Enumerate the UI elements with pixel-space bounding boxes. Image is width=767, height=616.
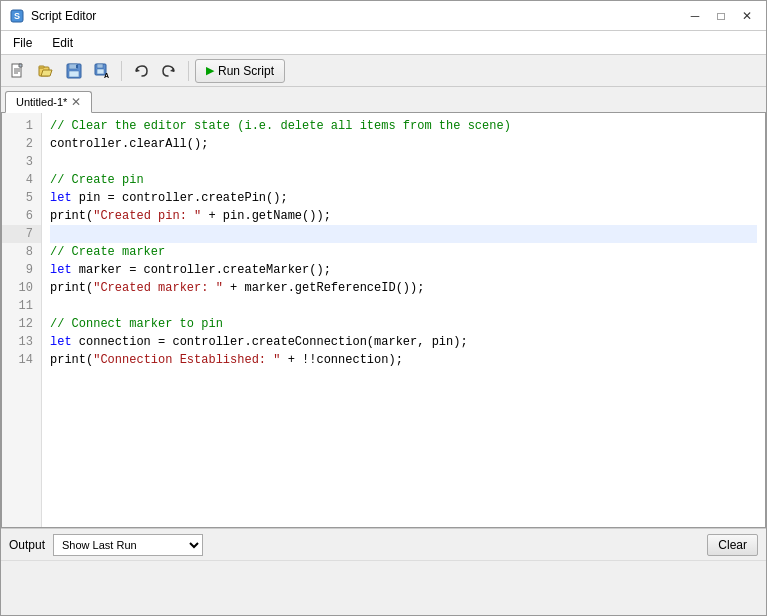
tab-label: Untitled-1* xyxy=(16,96,67,108)
toolbar-sep-2 xyxy=(188,61,189,81)
output-select[interactable]: Show Last RunShow AllShow Errors xyxy=(53,534,203,556)
undo-icon xyxy=(133,63,149,79)
maximize-button[interactable]: □ xyxy=(710,5,732,27)
line-number: 9 xyxy=(2,261,41,279)
code-line: // Create pin xyxy=(50,171,757,189)
comment-span: // Clear the editor state (i.e. delete a… xyxy=(50,119,511,133)
line-number: 6 xyxy=(2,207,41,225)
title-bar: S Script Editor ─ □ ✕ xyxy=(1,1,766,31)
close-button[interactable]: ✕ xyxy=(736,5,758,27)
svg-rect-11 xyxy=(69,71,79,77)
code-line: // Create marker xyxy=(50,243,757,261)
undo-button[interactable] xyxy=(128,58,154,84)
tab-close-button[interactable]: ✕ xyxy=(71,96,81,108)
save-icon xyxy=(66,63,82,79)
line-number: 5 xyxy=(2,189,41,207)
save-as-button[interactable]: A xyxy=(89,58,115,84)
line-number: 2 xyxy=(2,135,41,153)
string-span: "Connection Established: " xyxy=(93,353,280,367)
svg-rect-10 xyxy=(69,64,77,69)
save-button[interactable] xyxy=(61,58,87,84)
string-span: "Created pin: " xyxy=(93,209,201,223)
comment-span: // Connect marker to pin xyxy=(50,317,223,331)
line-number: 3 xyxy=(2,153,41,171)
svg-marker-8 xyxy=(41,70,52,76)
code-line: let marker = controller.createMarker(); xyxy=(50,261,757,279)
code-area[interactable]: // Clear the editor state (i.e. delete a… xyxy=(42,113,765,527)
open-icon xyxy=(38,63,54,79)
svg-text:S: S xyxy=(14,11,20,21)
output-bar: Output Show Last RunShow AllShow Errors … xyxy=(1,528,766,560)
save-as-icon: A xyxy=(94,63,110,79)
line-number: 7 xyxy=(2,225,41,243)
minimize-button[interactable]: ─ xyxy=(684,5,706,27)
tab-bar: Untitled-1* ✕ xyxy=(1,87,766,113)
new-icon xyxy=(10,63,26,79)
code-line: let connection = controller.createConnec… xyxy=(50,333,757,351)
code-line: print("Connection Established: " + !!con… xyxy=(50,351,757,369)
output-content xyxy=(1,560,766,615)
svg-marker-18 xyxy=(170,68,174,72)
menu-file[interactable]: File xyxy=(5,34,40,52)
code-line xyxy=(50,225,757,243)
keyword-span: let xyxy=(50,263,72,277)
svg-marker-17 xyxy=(136,68,140,72)
code-line: print("Created marker: " + marker.getRef… xyxy=(50,279,757,297)
svg-rect-14 xyxy=(97,64,103,68)
svg-rect-12 xyxy=(76,65,78,68)
svg-text:A: A xyxy=(104,72,109,79)
run-triangle-icon: ▶ xyxy=(206,64,214,77)
line-number: 12 xyxy=(2,315,41,333)
clear-button[interactable]: Clear xyxy=(707,534,758,556)
redo-icon xyxy=(161,63,177,79)
redo-button[interactable] xyxy=(156,58,182,84)
comment-span: // Create pin xyxy=(50,173,144,187)
open-button[interactable] xyxy=(33,58,59,84)
line-number: 1 xyxy=(2,117,41,135)
keyword-span: let xyxy=(50,335,72,349)
line-number: 4 xyxy=(2,171,41,189)
line-numbers: 1234567891011121314 xyxy=(2,113,42,527)
line-number: 11 xyxy=(2,297,41,315)
keyword-span: let xyxy=(50,191,72,205)
window-title: Script Editor xyxy=(31,9,96,23)
line-number: 14 xyxy=(2,351,41,369)
editor-container: 1234567891011121314 // Clear the editor … xyxy=(1,113,766,528)
line-number: 8 xyxy=(2,243,41,261)
menu-edit[interactable]: Edit xyxy=(44,34,81,52)
new-button[interactable] xyxy=(5,58,31,84)
comment-span: // Create marker xyxy=(50,245,165,259)
string-span: "Created marker: " xyxy=(93,281,223,295)
line-number: 13 xyxy=(2,333,41,351)
code-line: // Connect marker to pin xyxy=(50,315,757,333)
toolbar-sep-1 xyxy=(121,61,122,81)
svg-rect-15 xyxy=(97,69,104,74)
svg-rect-7 xyxy=(39,66,44,68)
main-window: S Script Editor ─ □ ✕ File Edit xyxy=(0,0,767,616)
title-bar-left: S Script Editor xyxy=(9,8,96,24)
code-line xyxy=(50,297,757,315)
code-line: let pin = controller.createPin(); xyxy=(50,189,757,207)
toolbar: A ▶ Run Script xyxy=(1,55,766,87)
output-label: Output xyxy=(9,538,45,552)
run-script-label: Run Script xyxy=(218,64,274,78)
code-line: controller.clearAll(); xyxy=(50,135,757,153)
tab-untitled1[interactable]: Untitled-1* ✕ xyxy=(5,91,92,113)
menu-bar: File Edit xyxy=(1,31,766,55)
app-icon: S xyxy=(9,8,25,24)
title-bar-controls: ─ □ ✕ xyxy=(684,5,758,27)
line-number: 10 xyxy=(2,279,41,297)
code-line: print("Created pin: " + pin.getName()); xyxy=(50,207,757,225)
code-line: // Clear the editor state (i.e. delete a… xyxy=(50,117,757,135)
run-script-button[interactable]: ▶ Run Script xyxy=(195,59,285,83)
code-line xyxy=(50,153,757,171)
